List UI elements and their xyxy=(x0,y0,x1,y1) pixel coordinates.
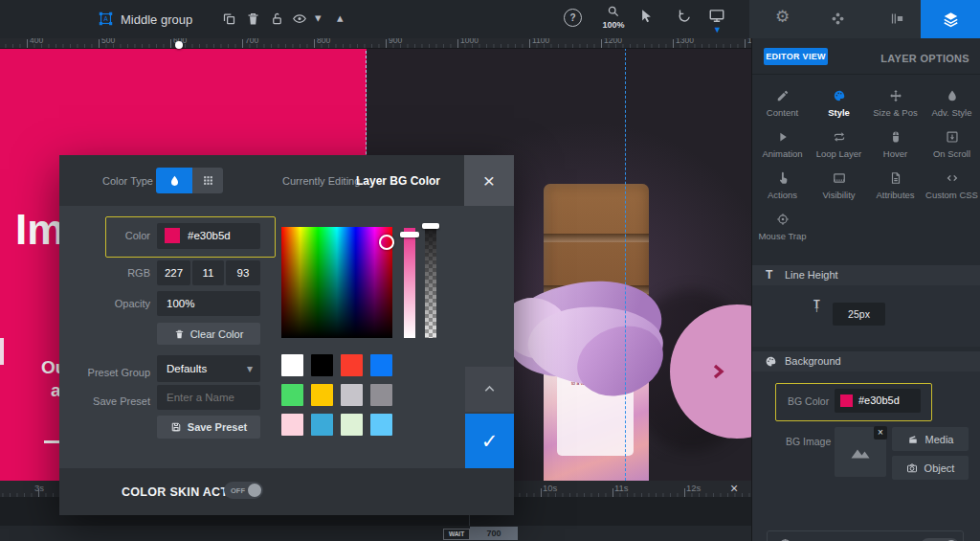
duplicate-icon[interactable] xyxy=(222,11,236,26)
opacity-label: Opacity xyxy=(78,298,150,309)
confirm-color-button[interactable]: ✓ xyxy=(465,414,514,468)
layer-options-title: LAYER OPTIONS xyxy=(848,53,969,64)
camera-icon xyxy=(906,462,918,474)
undo-icon[interactable] xyxy=(678,9,692,23)
bg-color-label: BG Color xyxy=(788,395,829,407)
line-height-section-body: T T 25px xyxy=(752,285,980,347)
tab-on-scroll[interactable]: On Scroll xyxy=(924,124,980,165)
tab-loop-layer[interactable]: Loop Layer xyxy=(811,124,867,165)
gradient-color-type-button[interactable] xyxy=(192,168,223,193)
pointer-tool-icon[interactable] xyxy=(639,9,654,23)
tab-actions[interactable]: Actions xyxy=(754,165,811,206)
tab-visibility[interactable]: Visibility xyxy=(811,165,867,206)
opacity-input[interactable]: 100% xyxy=(157,291,260,316)
saturation-value-picker[interactable] xyxy=(281,227,392,338)
line-height-input[interactable]: 25px xyxy=(833,303,885,326)
text-icon: T xyxy=(766,268,772,282)
preset-name-input[interactable] xyxy=(157,385,260,410)
move-up-icon[interactable]: ▴ xyxy=(337,11,344,24)
hand-icon xyxy=(776,171,790,185)
selected-group-label: Middle group xyxy=(121,12,192,27)
preset-swatch-2[interactable] xyxy=(311,354,333,376)
timeline-label-10s: 10s xyxy=(543,483,557,493)
preset-group-select[interactable]: Defaults ▾ xyxy=(157,355,260,382)
tab-label: Custom CSS xyxy=(925,190,978,200)
tab-size-pos[interactable]: Size & Pos xyxy=(867,82,924,124)
bg-image-thumbnail[interactable]: × xyxy=(835,427,886,477)
tab-animation[interactable]: Animation xyxy=(754,124,811,165)
picker-marker[interactable] xyxy=(379,235,394,250)
background-section-header[interactable]: Background xyxy=(752,351,980,372)
canvas-underline-shape xyxy=(44,440,60,443)
topbar-right-section: ⚙ xyxy=(749,0,921,38)
preset-swatch-5[interactable] xyxy=(281,384,303,406)
preset-swatch-3[interactable] xyxy=(341,354,363,376)
tab-mouse-trap[interactable]: Mouse Trap xyxy=(754,206,811,247)
save-preset-button[interactable]: Save Preset xyxy=(157,416,260,439)
canvas-edge-marker xyxy=(0,338,4,365)
timeline-close-icon[interactable]: × xyxy=(727,482,741,495)
device-preview-icon[interactable] xyxy=(708,8,725,24)
image-placeholder-icon xyxy=(849,440,872,463)
loop-icon xyxy=(833,130,846,144)
clear-color-button[interactable]: Clear Color xyxy=(157,323,260,345)
preset-swatch-12[interactable] xyxy=(370,414,392,436)
solid-color-type-button[interactable] xyxy=(156,168,192,193)
lock-icon[interactable] xyxy=(270,11,284,26)
bg-color-input[interactable]: #e30b5d xyxy=(835,389,921,413)
tab-label: Mouse Trap xyxy=(758,231,806,241)
tab-label: Actions xyxy=(768,190,797,200)
rgb-g-input[interactable]: 11 xyxy=(192,260,224,285)
tab-content[interactable]: Content xyxy=(754,82,811,124)
preset-swatch-6[interactable] xyxy=(311,384,333,406)
preset-swatch-9[interactable] xyxy=(281,414,303,436)
shade-slider[interactable] xyxy=(404,228,415,338)
preset-swatch-1[interactable] xyxy=(281,354,303,376)
canvas-heading-text[interactable]: Im xyxy=(15,207,64,253)
preset-swatch-11[interactable] xyxy=(341,414,363,436)
editor-view-button[interactable]: EDITOR VIEW xyxy=(764,48,828,65)
rgb-b-input[interactable]: 93 xyxy=(226,260,260,285)
dialog-header: Color Type Currently Editing Layer BG Co… xyxy=(59,155,514,206)
alpha-slider[interactable] xyxy=(425,226,436,338)
slider-settings-icon[interactable] xyxy=(890,11,904,26)
rgb-r-input[interactable]: 227 xyxy=(157,260,190,285)
object-button[interactable]: Object xyxy=(892,456,969,480)
tab-label: Size & Pos xyxy=(873,107,917,118)
grid-icon xyxy=(202,174,214,187)
tab-hover[interactable]: Hover xyxy=(867,124,924,165)
move-icon xyxy=(889,89,902,102)
svg-text:A: A xyxy=(103,15,108,22)
rgb-label: RGB xyxy=(78,267,150,279)
modules-icon[interactable] xyxy=(831,11,845,26)
remove-bg-image-icon[interactable]: × xyxy=(874,426,887,440)
preset-swatch-8[interactable] xyxy=(370,384,392,406)
settings-gear-icon[interactable]: ⚙ xyxy=(775,9,790,25)
preset-swatch-4[interactable] xyxy=(370,354,392,376)
tab-style[interactable]: Style xyxy=(811,82,867,124)
preset-swatch-7[interactable] xyxy=(341,384,363,406)
color-value-input[interactable]: #e30b5d xyxy=(157,223,260,249)
tab-adv-style[interactable]: Adv. Style xyxy=(924,82,980,124)
move-down-icon[interactable]: ▾ xyxy=(315,11,322,24)
tab-attributes[interactable]: Attributes xyxy=(867,165,924,206)
alpha-slider-handle[interactable] xyxy=(422,223,439,229)
help-icon[interactable]: ? xyxy=(564,9,582,27)
delete-icon[interactable] xyxy=(246,11,260,26)
wait-duration-value[interactable]: 700 xyxy=(470,527,518,540)
layers-panel-button[interactable] xyxy=(921,0,980,38)
preset-swatch-10[interactable] xyxy=(311,414,333,436)
color-skin-toggle[interactable]: OFF xyxy=(224,482,263,499)
media-button[interactable]: Media xyxy=(892,427,969,451)
tab-custom-css[interactable]: Custom CSS xyxy=(924,165,980,206)
visibility-eye-icon[interactable] xyxy=(292,11,307,26)
zoom-icon[interactable] xyxy=(607,5,619,17)
zoom-level[interactable]: 100% xyxy=(598,20,629,30)
media-icon xyxy=(907,434,919,445)
line-height-section-header[interactable]: T Line Height xyxy=(752,265,980,285)
layer-resize-handle[interactable] xyxy=(175,41,183,49)
collapse-panel-button[interactable] xyxy=(465,367,514,412)
line-height-icon: T T xyxy=(813,300,820,313)
close-dialog-button[interactable]: × xyxy=(464,155,514,206)
shade-slider-handle[interactable] xyxy=(400,232,419,237)
